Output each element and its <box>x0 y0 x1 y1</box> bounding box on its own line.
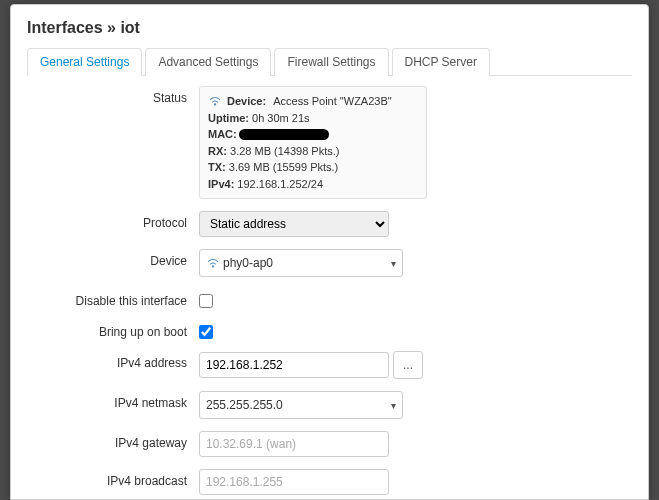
protocol-label: Protocol <box>27 211 199 230</box>
ipv4-netmask-select[interactable]: 255.255.255.0 <box>199 391 403 419</box>
tab-dhcp-server[interactable]: DHCP Server <box>392 48 490 76</box>
wifi-icon <box>206 256 220 270</box>
ipv4-netmask-label: IPv4 netmask <box>27 391 199 410</box>
modal-title: Interfaces » iot <box>27 19 632 37</box>
ipv4-address-input[interactable] <box>199 352 389 378</box>
protocol-select[interactable]: Static address <box>199 211 389 237</box>
tab-bar: General Settings Advanced Settings Firew… <box>27 47 632 76</box>
ipv4-gateway-input[interactable] <box>199 431 389 457</box>
ipv4-gateway-label: IPv4 gateway <box>27 431 199 450</box>
interface-edit-modal: Interfaces » iot General Settings Advanc… <box>10 4 649 500</box>
tab-general-settings[interactable]: General Settings <box>27 48 142 76</box>
tab-firewall-settings[interactable]: Firewall Settings <box>274 48 388 76</box>
disable-label: Disable this interface <box>27 289 199 308</box>
device-label: Device <box>27 249 199 268</box>
tab-advanced-settings[interactable]: Advanced Settings <box>145 48 271 76</box>
device-select[interactable]: phy0-ap0 <box>199 249 403 277</box>
redacted-mac <box>239 129 329 140</box>
ipv4-cidr-button[interactable]: ... <box>393 351 423 379</box>
ipv4-broadcast-input[interactable] <box>199 469 389 495</box>
disable-interface-checkbox[interactable] <box>199 294 213 308</box>
bring-up-on-boot-checkbox[interactable] <box>199 325 213 339</box>
wifi-icon <box>208 94 222 108</box>
ipv4-address-label: IPv4 address <box>27 351 199 370</box>
status-panel: Device: Access Point "WZA23B" Uptime: 0h… <box>199 86 427 199</box>
status-label: Status <box>27 86 199 105</box>
bringup-label: Bring up on boot <box>27 320 199 339</box>
ipv4-broadcast-label: IPv4 broadcast <box>27 469 199 488</box>
